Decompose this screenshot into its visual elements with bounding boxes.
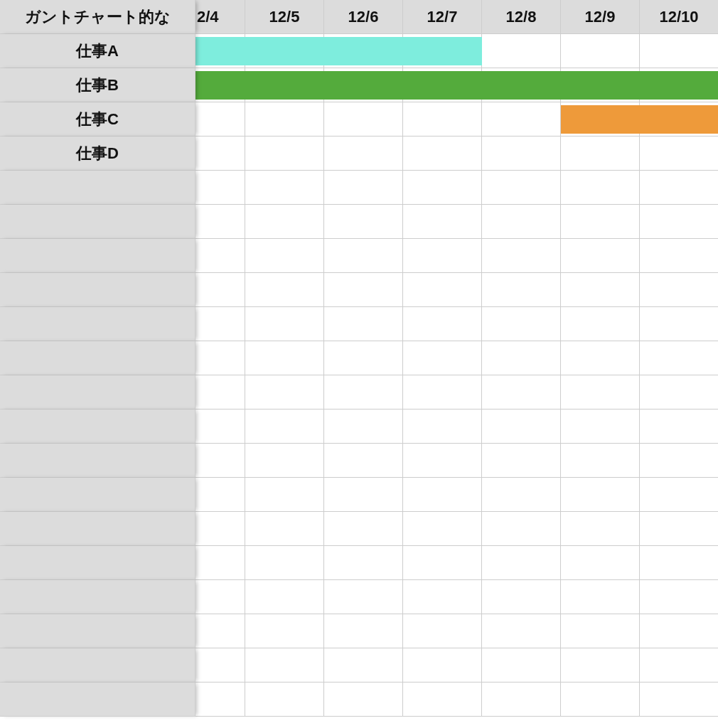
gantt-cell[interactable] [195, 307, 245, 341]
gantt-cell[interactable] [640, 478, 718, 512]
gantt-cell[interactable] [245, 478, 324, 512]
gantt-cell[interactable] [640, 648, 718, 682]
gantt-cell[interactable] [195, 34, 245, 68]
gantt-cell[interactable] [403, 273, 482, 307]
gantt-cell[interactable] [324, 68, 403, 102]
gantt-cell[interactable] [561, 375, 640, 410]
gantt-cell[interactable] [324, 273, 403, 307]
gantt-cell[interactable] [640, 375, 718, 410]
gantt-cell[interactable] [195, 512, 245, 546]
gantt-cell[interactable] [640, 307, 718, 341]
gantt-cell[interactable] [640, 102, 718, 136]
gantt-cell[interactable] [245, 375, 324, 410]
gantt-cell[interactable] [324, 205, 403, 239]
gantt-cell[interactable] [482, 239, 561, 273]
gantt-cell[interactable] [640, 136, 718, 171]
gantt-cell[interactable] [195, 614, 245, 648]
gantt-cell[interactable] [324, 239, 403, 273]
gantt-cell[interactable] [245, 648, 324, 682]
gantt-cell[interactable] [245, 307, 324, 341]
gantt-cell[interactable] [640, 34, 718, 68]
gantt-cell[interactable] [324, 410, 403, 444]
gantt-cell[interactable] [482, 375, 561, 410]
gantt-cell[interactable] [195, 546, 245, 580]
gantt-cell[interactable] [403, 682, 482, 717]
gantt-cell[interactable] [561, 239, 640, 273]
gantt-cell[interactable] [482, 648, 561, 682]
gantt-cell[interactable] [324, 444, 403, 478]
gantt-cell[interactable] [482, 205, 561, 239]
gantt-cell[interactable] [482, 341, 561, 375]
gantt-cell[interactable] [561, 273, 640, 307]
gantt-cell[interactable] [324, 171, 403, 205]
gantt-cell[interactable] [482, 580, 561, 614]
gantt-cell[interactable] [195, 273, 245, 307]
gantt-cell[interactable] [403, 375, 482, 410]
gantt-cell[interactable] [324, 375, 403, 410]
gantt-cell[interactable] [195, 171, 245, 205]
gantt-cell[interactable] [324, 341, 403, 375]
gantt-cell[interactable] [245, 102, 324, 136]
gantt-cell[interactable] [403, 341, 482, 375]
gantt-cell[interactable] [245, 171, 324, 205]
gantt-cell[interactable] [195, 648, 245, 682]
gantt-cell[interactable] [482, 68, 561, 102]
gantt-cell[interactable] [403, 580, 482, 614]
gantt-cell[interactable] [482, 102, 561, 136]
gantt-cell[interactable] [561, 512, 640, 546]
gantt-cell[interactable] [640, 580, 718, 614]
gantt-cell[interactable] [561, 68, 640, 102]
gantt-cell[interactable] [324, 580, 403, 614]
gantt-cell[interactable] [561, 205, 640, 239]
gantt-cell[interactable] [324, 512, 403, 546]
gantt-cell[interactable] [324, 34, 403, 68]
gantt-cell[interactable] [245, 68, 324, 102]
gantt-cell[interactable] [403, 410, 482, 444]
gantt-cell[interactable] [561, 171, 640, 205]
gantt-cell[interactable] [640, 682, 718, 717]
gantt-cell[interactable] [403, 205, 482, 239]
gantt-cell[interactable] [245, 614, 324, 648]
gantt-cell[interactable] [403, 478, 482, 512]
gantt-cell[interactable] [403, 512, 482, 546]
gantt-cell[interactable] [561, 546, 640, 580]
gantt-cell[interactable] [640, 444, 718, 478]
gantt-cell[interactable] [245, 239, 324, 273]
gantt-cell[interactable] [245, 546, 324, 580]
gantt-cell[interactable] [403, 102, 482, 136]
gantt-cell[interactable] [245, 273, 324, 307]
gantt-cell[interactable] [403, 68, 482, 102]
gantt-cell[interactable] [195, 375, 245, 410]
gantt-cell[interactable] [403, 171, 482, 205]
gantt-cell[interactable] [640, 512, 718, 546]
gantt-cell[interactable] [482, 307, 561, 341]
gantt-cell[interactable] [482, 171, 561, 205]
gantt-cell[interactable] [195, 136, 245, 171]
gantt-cell[interactable] [195, 478, 245, 512]
gantt-cell[interactable] [561, 307, 640, 341]
gantt-cell[interactable] [482, 614, 561, 648]
gantt-cell[interactable] [640, 239, 718, 273]
gantt-cell[interactable] [482, 512, 561, 546]
gantt-cell[interactable] [640, 546, 718, 580]
gantt-cell[interactable] [482, 34, 561, 68]
gantt-cell[interactable] [195, 68, 245, 102]
gantt-cell[interactable] [482, 546, 561, 580]
gantt-cell[interactable] [482, 410, 561, 444]
gantt-cell[interactable] [403, 614, 482, 648]
gantt-cell[interactable] [561, 341, 640, 375]
gantt-cell[interactable] [561, 478, 640, 512]
gantt-cell[interactable] [324, 307, 403, 341]
gantt-cell[interactable] [245, 444, 324, 478]
gantt-cell[interactable] [482, 136, 561, 171]
gantt-cell[interactable] [245, 341, 324, 375]
gantt-cell[interactable] [324, 682, 403, 717]
gantt-cell[interactable] [482, 444, 561, 478]
gantt-cell[interactable] [195, 102, 245, 136]
gantt-cell[interactable] [324, 478, 403, 512]
gantt-cell[interactable] [195, 341, 245, 375]
gantt-cell[interactable] [403, 444, 482, 478]
gantt-cell[interactable] [561, 34, 640, 68]
gantt-cell[interactable] [403, 34, 482, 68]
gantt-cell[interactable] [482, 273, 561, 307]
